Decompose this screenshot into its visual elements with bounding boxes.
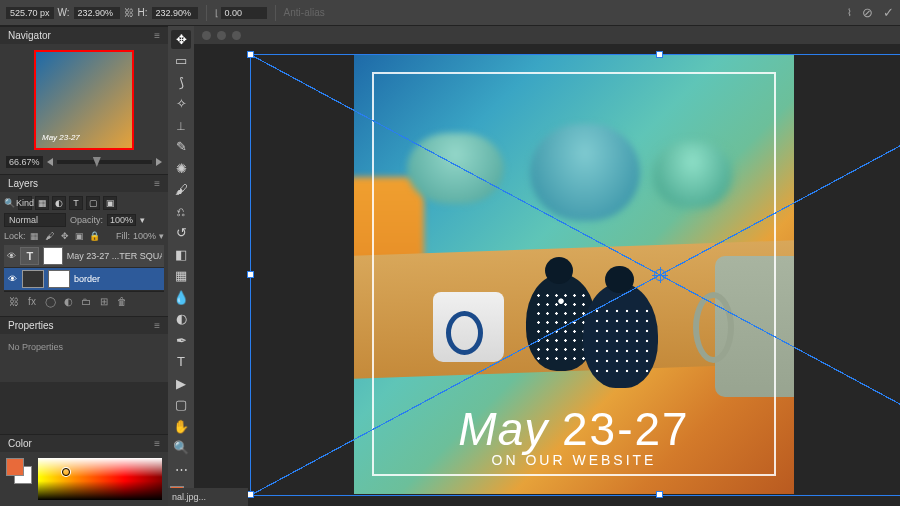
group-icon[interactable]: 🗀 — [80, 295, 92, 307]
dropdown-icon[interactable]: ▾ — [140, 215, 145, 225]
filter-search-icon[interactable]: 🔍 — [4, 198, 15, 208]
link-layers-icon[interactable]: ⛓ — [8, 295, 20, 307]
layer-mask-icon[interactable]: ◯ — [44, 295, 56, 307]
tools-panel: ✥ ▭ ⟆ ✧ ⟂ ✎ ✺ 🖌 ⎌ ↺ ◧ ▦ 💧 ◐ ✒ T ▶ ▢ ✋ 🔍 … — [168, 26, 194, 506]
height-pct-value: 232.90% — [152, 7, 198, 19]
clone-stamp-tool[interactable]: ⎌ — [171, 202, 191, 221]
crop-tool[interactable]: ⟂ — [171, 116, 191, 135]
visibility-icon[interactable]: 👁 — [6, 274, 18, 284]
gradient-tool[interactable]: ▦ — [171, 267, 191, 286]
panel-menu-icon[interactable]: ≡ — [154, 438, 160, 449]
layers-header[interactable]: Layers ≡ — [0, 175, 168, 192]
hand-tool[interactable]: ✋ — [171, 417, 191, 436]
opacity-value[interactable]: 100% — [107, 214, 136, 226]
edit-toolbar[interactable]: ⋯ — [171, 460, 191, 479]
transform-handle[interactable] — [247, 271, 254, 278]
new-layer-icon[interactable]: ⊞ — [98, 295, 110, 307]
lock-all-icon[interactable]: 🔒 — [89, 230, 101, 242]
move-tool[interactable]: ✥ — [171, 30, 191, 49]
color-spectrum[interactable] — [38, 458, 162, 500]
color-header[interactable]: Color ≡ — [0, 435, 168, 452]
zoom-window-icon[interactable] — [232, 31, 241, 40]
dodge-tool[interactable]: ◐ — [171, 310, 191, 329]
layer-row[interactable]: 👁 border — [4, 268, 164, 291]
lock-paint-icon[interactable]: 🖌 — [44, 230, 56, 242]
separator — [275, 5, 276, 21]
panel-menu-icon[interactable]: ≡ — [154, 30, 160, 41]
path-select-tool[interactable]: ▶ — [171, 374, 191, 393]
visibility-icon[interactable]: 👁 — [6, 251, 16, 261]
foreground-color-swatch[interactable] — [6, 458, 24, 476]
history-brush-tool[interactable]: ↺ — [171, 224, 191, 243]
close-window-icon[interactable] — [202, 31, 211, 40]
transform-handle[interactable] — [247, 491, 254, 498]
filter-shape-icon[interactable]: ▢ — [86, 196, 100, 210]
layer-name[interactable]: border — [74, 274, 100, 284]
marquee-tool[interactable]: ▭ — [171, 52, 191, 71]
white-cup — [433, 292, 503, 362]
filter-pixel-icon[interactable]: ▦ — [35, 196, 49, 210]
brush-tool[interactable]: 🖌 — [171, 181, 191, 200]
zoom-tool[interactable]: 🔍 — [171, 439, 191, 458]
magic-wand-tool[interactable]: ✧ — [171, 95, 191, 114]
adjustment-layer-icon[interactable]: ◐ — [62, 295, 74, 307]
zoom-out-icon[interactable] — [47, 158, 53, 166]
layer-style-icon[interactable]: fx — [26, 295, 38, 307]
layer-row[interactable]: 👁 T May 23-27 ...TER SQUARE — [4, 245, 164, 268]
pen-tool[interactable]: ✒ — [171, 331, 191, 350]
layer-mask-thumbnail[interactable] — [48, 270, 70, 288]
zoom-slider[interactable] — [57, 160, 152, 164]
photo-background: May 23-27 ON OUR WEBSITE — [354, 54, 794, 494]
warp-icon[interactable]: ⌇ — [847, 7, 852, 18]
lock-artboard-icon[interactable]: ▣ — [74, 230, 86, 242]
layers-title: Layers — [8, 178, 38, 189]
dropdown-icon[interactable]: ▾ — [159, 231, 164, 241]
eraser-tool[interactable]: ◧ — [171, 245, 191, 264]
filter-type-icon[interactable]: T — [69, 196, 83, 210]
navigator-header[interactable]: Navigator ≡ — [0, 27, 168, 44]
layer-thumbnail: T — [20, 247, 39, 265]
layer-mask-thumbnail[interactable] — [43, 247, 62, 265]
lasso-tool[interactable]: ⟆ — [171, 73, 191, 92]
width-pct-field[interactable]: 232.90% — [74, 7, 120, 19]
w-label: W: — [58, 7, 70, 18]
angle-label: ⌊ — [215, 8, 219, 18]
window-titlebar[interactable] — [194, 26, 900, 44]
ceramic-mug — [715, 256, 794, 397]
height-pct-field[interactable]: 232.90% — [152, 7, 198, 19]
minimize-window-icon[interactable] — [217, 31, 226, 40]
canvas[interactable]: May 23-27 ON OUR WEBSITE — [194, 44, 900, 506]
layer-name[interactable]: May 23-27 ...TER SQUARE — [67, 251, 162, 261]
type-tool[interactable]: T — [171, 353, 191, 372]
blur-tool[interactable]: 💧 — [171, 288, 191, 307]
delete-layer-icon[interactable]: 🗑 — [116, 295, 128, 307]
properties-header[interactable]: Properties ≡ — [0, 317, 168, 334]
angle-field[interactable]: ⌊ 0.00 — [215, 7, 267, 19]
zoom-in-icon[interactable] — [156, 158, 162, 166]
filter-kind[interactable]: Kind — [18, 196, 32, 210]
panel-menu-icon[interactable]: ≡ — [154, 178, 160, 189]
shape-tool[interactable]: ▢ — [171, 396, 191, 415]
filter-adjust-icon[interactable]: ◐ — [52, 196, 66, 210]
pottery-bowl — [407, 133, 504, 203]
zoom-percentage[interactable]: 66.67% — [6, 156, 43, 168]
fill-value[interactable]: 100% — [133, 231, 156, 241]
panel-spacer — [0, 382, 168, 434]
lock-transparency-icon[interactable]: ▦ — [29, 230, 41, 242]
panel-menu-icon[interactable]: ≡ — [154, 320, 160, 331]
opacity-label: Opacity: — [70, 215, 103, 225]
h-label: H: — [138, 7, 148, 18]
cancel-icon[interactable]: ⊘ — [862, 5, 873, 20]
width-px-field[interactable]: 525.70 px — [6, 7, 54, 19]
eyedropper-tool[interactable]: ✎ — [171, 138, 191, 157]
navigator-thumbnail[interactable]: May 23-27 — [34, 50, 134, 150]
transform-handle[interactable] — [247, 51, 254, 58]
blend-mode-dropdown[interactable]: Normal — [4, 213, 66, 227]
commit-icon[interactable]: ✓ — [883, 5, 894, 20]
healing-brush-tool[interactable]: ✺ — [171, 159, 191, 178]
document-tab[interactable]: nal.jpg... — [168, 488, 248, 506]
filter-smart-icon[interactable]: ▣ — [103, 196, 117, 210]
color-swatches[interactable] — [6, 458, 32, 484]
lock-position-icon[interactable]: ✥ — [59, 230, 71, 242]
link-icon[interactable]: ⛓ — [124, 7, 134, 18]
